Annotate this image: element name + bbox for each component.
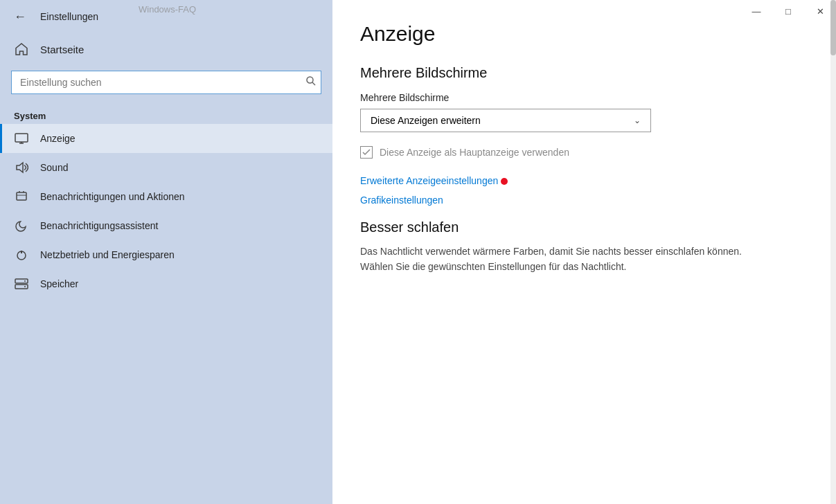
power-icon (14, 247, 29, 262)
search-box (11, 71, 321, 94)
speicher-label: Speicher (40, 278, 78, 289)
hauptanzeige-row: Diese Anzeige als Hauptanzeige verwenden (360, 146, 808, 159)
section-label: System (0, 105, 332, 124)
mehrere-bildschirme-field-label: Mehrere Bildschirme (360, 92, 808, 103)
sound-label: Sound (40, 162, 68, 173)
sidebar-item-benachrichtigungen[interactable]: Benachrichtigungen und Aktionen (0, 182, 332, 211)
svg-rect-13 (15, 285, 28, 289)
besser-schlafen-description: Das Nachtlicht verwendet wärmere Farben,… (360, 244, 762, 275)
hauptanzeige-label: Diese Anzeige als Hauptanzeige verwenden (380, 147, 569, 158)
chevron-down-icon: ⌄ (634, 116, 641, 125)
checkbox-icon (360, 146, 373, 159)
scrollbar-thumb[interactable] (830, 0, 836, 55)
moon-icon (14, 218, 29, 233)
svg-point-15 (24, 286, 26, 287)
sidebar-item-netzbetrieb[interactable]: Netzbetrieb und Energiesparen (0, 240, 332, 269)
mehrere-bildschirme-dropdown[interactable]: Diese Anzeigen erweitern ⌄ (360, 109, 651, 132)
svg-marker-5 (17, 163, 23, 172)
storage-icon (14, 276, 29, 291)
search-input[interactable] (11, 71, 321, 94)
app-title: Einstellungen (40, 11, 98, 22)
maximize-button[interactable]: □ (772, 0, 804, 22)
besser-schlafen-title: Besser schlafen (360, 219, 808, 235)
notification-icon (14, 189, 29, 204)
watermark: Windows-FAQ (139, 4, 196, 15)
sidebar-item-home[interactable]: Startseite (0, 33, 332, 65)
sidebar-item-sound[interactable]: Sound (0, 153, 332, 182)
netzbetrieb-label: Netzbetrieb und Energiesparen (40, 249, 175, 260)
search-button[interactable] (306, 76, 316, 89)
sidebar-item-anzeige[interactable]: Anzeige (0, 124, 332, 153)
window-controls: — □ ✕ (740, 0, 836, 22)
sidebar-item-speicher[interactable]: Speicher (0, 269, 332, 298)
display-icon (14, 131, 29, 146)
grafik-link[interactable]: Grafikeinstellungen (360, 195, 808, 206)
page-title: Anzeige (360, 22, 808, 46)
sound-icon (14, 160, 29, 175)
main-content: — □ ✕ Anzeige Mehrere Bildschirme Mehrer… (332, 0, 836, 504)
content-area: Anzeige Mehrere Bildschirme Mehrere Bild… (332, 0, 836, 504)
svg-line-1 (312, 82, 315, 85)
mehrere-bildschirme-title: Mehrere Bildschirme (360, 65, 808, 81)
svg-point-0 (307, 77, 313, 83)
sidebar: ← Einstellungen Windows-FAQ Startseite S… (0, 0, 332, 504)
anzeige-label: Anzeige (40, 133, 75, 144)
svg-rect-2 (15, 134, 28, 142)
sidebar-item-benachrichtigungsassistent[interactable]: Benachrichtigungsassistent (0, 211, 332, 240)
link-dot (501, 178, 508, 185)
svg-rect-12 (15, 279, 28, 283)
home-icon (14, 42, 29, 57)
home-label: Startseite (40, 44, 84, 55)
svg-point-14 (24, 280, 26, 282)
titlebar: ← Einstellungen Windows-FAQ (0, 0, 332, 33)
erweiterte-link[interactable]: Erweiterte Anzeigeeinstellungen (360, 175, 808, 186)
scrollbar[interactable] (830, 0, 836, 504)
back-button[interactable]: ← (11, 7, 29, 27)
svg-rect-6 (17, 192, 26, 200)
minimize-button[interactable]: — (740, 0, 772, 22)
dropdown-value: Diese Anzeigen erweitern (371, 115, 481, 126)
benachrichtigungsassistent-label: Benachrichtigungsassistent (40, 220, 158, 231)
benachrichtigungen-label: Benachrichtigungen und Aktionen (40, 191, 185, 202)
